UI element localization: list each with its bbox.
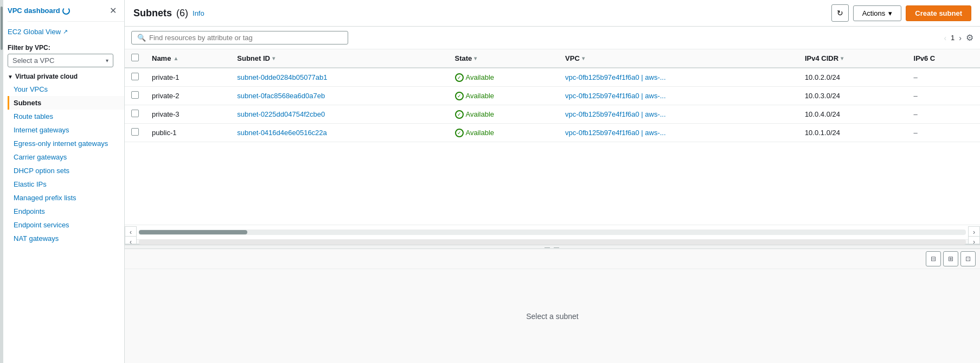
row-checkbox-col-0 [125,68,145,87]
page-count: (6) [176,8,188,19]
detail-view-expand-button[interactable]: ⊡ [960,251,976,266]
table-row[interactable]: private-1 subnet-0dde0284b05077ab1 ✓ Ava… [125,68,980,87]
sidebar: VPC dashboard ✕ EC2 Global View ↗ Filter… [0,0,125,363]
sort-vpc-icon[interactable]: ▾ [582,55,585,61]
ec2-global-view-link[interactable]: EC2 Global View ↗ [8,25,124,39]
col-subnet-id: Subnet ID ▾ [230,49,448,68]
row-state-0: ✓ Available [449,68,559,87]
table-header: Name ▲ Subnet ID ▾ State [125,49,980,68]
sidebar-item-internet-gateways[interactable]: Internet gateways [8,123,124,137]
prev-page-button[interactable]: ‹ [941,33,949,43]
chevron-down-icon: ▾ [106,58,108,63]
vpc-link-1[interactable]: vpc-0fb125b97e4f1f6a0 | aws-... [565,92,666,100]
table-row[interactable]: public-1 subnet-0416d4e6e0516c22a ✓ Avai… [125,124,980,142]
create-subnet-button[interactable]: Create subnet [906,5,971,21]
filter-label: Filter by VPC: [8,40,124,54]
sidebar-item-dhcp-option-sets[interactable]: DHCP option sets [8,164,124,177]
refresh-icon: ↻ [837,9,843,17]
sidebar-content: VPC dashboard ✕ EC2 Global View ↗ Filter… [0,0,124,363]
detail-pane: — — ⊟ ⊞ ⊡ Select a subnet [125,244,980,363]
sidebar-item-carrier-gateways[interactable]: Carrier gateways [8,150,124,164]
subnet-id-link-0[interactable]: subnet-0dde0284b05077ab1 [237,73,327,81]
sidebar-item-route-tables[interactable]: Route tables [8,110,124,123]
sort-name-icon[interactable]: ▲ [173,55,178,61]
expand-arrow-icon: ▼ [8,74,13,80]
status-icon-3: ✓ [455,129,464,137]
detail-view-split-button[interactable]: ⊟ [926,251,941,266]
column-settings-button[interactable]: ⚙ [966,33,973,43]
vpc-dashboard-link[interactable]: VPC dashboard [8,7,70,15]
row-state-2: ✓ Available [449,105,559,124]
search-input[interactable] [149,34,342,42]
table-row[interactable]: private-2 subnet-0fac8568ea6d0a7eb ✓ Ava… [125,87,980,105]
col-ipv4-cidr: IPv4 CIDR ▾ [798,49,907,68]
next-page-button[interactable]: › [957,33,964,43]
main-content: Subnets (6) Info ↻ Actions ▾ Create subn… [125,0,980,363]
sidebar-item-subnets[interactable]: Subnets [8,96,124,110]
sidebar-item-nat-gateways[interactable]: NAT gateways [8,232,124,245]
sidebar-item-endpoint-services[interactable]: Endpoint services [8,218,124,232]
hscroll-track [139,230,966,235]
table-body: private-1 subnet-0dde0284b05077ab1 ✓ Ava… [125,68,980,142]
row-ipv4-0: 10.0.2.0/24 [798,68,907,87]
data-table: Name ▲ Subnet ID ▾ State [125,49,980,225]
sidebar-item-egress-gateways[interactable]: Egress-only internet gateways [8,137,124,150]
detail-resize-handle[interactable]: — — [125,245,980,249]
actions-button[interactable]: Actions ▾ [853,5,902,21]
close-button[interactable]: ✕ [107,5,119,16]
search-wrapper: 🔍 [131,31,348,44]
col-vpc: VPC ▾ [559,49,798,68]
vpc-link-0[interactable]: vpc-0fb125b97e4f1f6a0 | aws-... [565,73,666,81]
nav-items: Your VPCsSubnetsRoute tablesInternet gat… [8,82,124,245]
hscroll-thumb [139,230,247,234]
col-ipv6-cidr: IPv6 C [907,49,980,68]
subnet-id-link-1[interactable]: subnet-0fac8568ea6d0a7eb [237,92,325,100]
status-badge-2: ✓ Available [455,110,553,119]
row-ipv4-3: 10.0.1.0/24 [798,124,907,142]
sort-ipv4-icon[interactable]: ▾ [841,55,843,61]
row-checkbox-0[interactable] [131,73,139,80]
sidebar-item-your-vpcs[interactable]: Your VPCs [8,82,124,96]
hscroll-row2: ‹ › [125,239,980,244]
vpc-filter-select[interactable]: Select a VPC ▾ [8,54,113,67]
row-checkbox-1[interactable] [131,91,139,99]
vpc-category: ▼ Virtual private cloud [8,67,124,82]
detail-view-full-button[interactable]: ⊞ [943,251,958,266]
detail-content: Select a subnet [125,269,980,363]
row-name-0: private-1 [145,68,230,87]
top-bar: Subnets (6) Info ↻ Actions ▾ Create subn… [125,0,980,27]
loading-icon [62,7,70,15]
col-state: State ▾ [449,49,559,68]
page-number: 1 [951,34,955,42]
sidebar-item-elastic-ips[interactable]: Elastic IPs [8,177,124,191]
external-link-icon: ↗ [63,28,68,35]
row-checkbox-col-2 [125,105,145,124]
subnets-table: Name ▲ Subnet ID ▾ State [125,49,980,142]
status-icon-0: ✓ [455,73,464,82]
sidebar-item-managed-prefix-lists[interactable]: Managed prefix lists [8,191,124,205]
row-checkbox-col-3 [125,124,145,142]
sort-subnetid-icon[interactable]: ▾ [272,55,275,61]
detail-toolbar: ⊟ ⊞ ⊡ [125,249,980,269]
row-ipv6-0: – [907,68,980,87]
row-checkbox-2[interactable] [131,110,139,117]
row-name-1: private-2 [145,87,230,105]
refresh-button[interactable]: ↻ [831,4,849,22]
row-ipv6-1: – [907,87,980,105]
horizontal-scroll-bar[interactable]: ‹ › [125,225,980,239]
actions-dropdown-icon: ▾ [888,9,892,17]
vpc-link-2[interactable]: vpc-0fb125b97e4f1f6a0 | aws-... [565,110,666,118]
row-vpc-0: vpc-0fb125b97e4f1f6a0 | aws-... [559,68,798,87]
vpc-link-3[interactable]: vpc-0fb125b97e4f1f6a0 | aws-... [565,129,666,137]
sidebar-item-endpoints[interactable]: Endpoints [8,205,124,218]
subnet-id-link-3[interactable]: subnet-0416d4e6e0516c22a [237,129,327,137]
table-row[interactable]: private-3 subnet-0225dd04754f2cbe0 ✓ Ava… [125,105,980,124]
row-subnetid-2: subnet-0225dd04754f2cbe0 [230,105,448,124]
subnet-id-link-2[interactable]: subnet-0225dd04754f2cbe0 [237,110,325,118]
sort-state-icon[interactable]: ▾ [474,55,477,61]
row-subnetid-1: subnet-0fac8568ea6d0a7eb [230,87,448,105]
info-link[interactable]: Info [193,9,204,17]
sidebar-scroll-thumb [1,7,3,50]
row-checkbox-3[interactable] [131,128,139,136]
select-all-checkbox[interactable] [131,54,139,61]
